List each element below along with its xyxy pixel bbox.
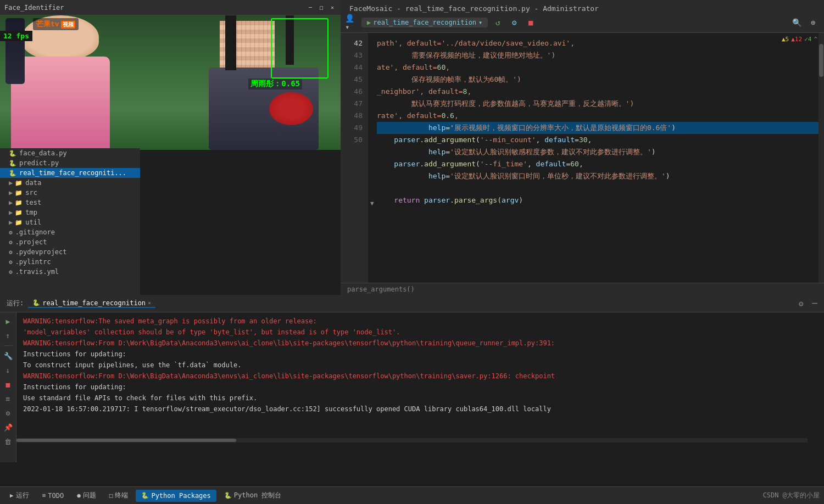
folder-item-src[interactable]: ▶ 📁 src [0, 188, 140, 198]
folder-name: data [25, 179, 41, 187]
folder-arrow-icon: ▶ [9, 209, 13, 216]
run-wrench-button[interactable]: 🔧 [3, 350, 14, 361]
profile-button[interactable]: 👤▾ [345, 16, 358, 29]
file-item-pydevproject[interactable]: ⚙ .pydevproject [0, 247, 140, 257]
code-line: path', default='../data/video/save_video… [377, 37, 824, 49]
code-line-42: help='展示视频时，视频窗口的分辨率大小，默认是原始视频窗口的0.6倍') [377, 122, 824, 134]
run-panel-header: 运行: 🐍 real_time_face_recognition ✕ ⚙ ─ [0, 295, 824, 312]
minimize-button[interactable]: ─ [305, 3, 315, 13]
code-line-43: parser.add_argument('--min_count', defau… [377, 134, 824, 146]
stop-button[interactable]: ■ [524, 16, 537, 29]
run-dash-icon[interactable]: ─ [812, 298, 817, 309]
run-up-button[interactable]: ↑ [3, 330, 14, 341]
video-frame: 芒果tv视频 12 fps 周雨彤：0.65 [0, 15, 341, 150]
folder-name: src [25, 189, 37, 197]
run-config-arrow: ▾ [478, 19, 482, 26]
config-icon: ⚙ [9, 259, 13, 266]
run-tab-close-icon[interactable]: ✕ [148, 300, 151, 306]
warning-count: ▲5 [782, 36, 789, 43]
tab-python-console[interactable]: 🐍 Python 控制台 [219, 489, 287, 502]
close-button[interactable]: ✕ [327, 3, 337, 13]
run-gear-icon[interactable]: ⚙ [799, 299, 803, 308]
code-scrollbar-thumb[interactable] [819, 44, 823, 77]
tab-label: 运行 [16, 491, 29, 500]
code-line-50 [377, 219, 824, 231]
name-label: 周雨彤：0.65 [248, 79, 302, 89]
file-name: real_time_face_recogniti... [19, 169, 126, 177]
run-play-button[interactable]: ▶ [3, 316, 14, 327]
python-icon: 🐍 [9, 150, 16, 157]
console-area[interactable]: WARNING:tensorflow:The saved meta_graph … [16, 312, 824, 456]
warning-bar: ▲5 ▲12 ✓4 ^ [782, 36, 817, 43]
folder-icon: 📁 [15, 189, 23, 197]
search-button[interactable]: 🔍 [790, 16, 803, 29]
run-tab-label: real_time_face_recognition [42, 299, 146, 307]
run-panel: 运行: 🐍 real_time_face_recognition ✕ ⚙ ─ ▶… [0, 295, 824, 462]
run-tab-main[interactable]: 🐍 real_time_face_recognition ✕ [28, 299, 155, 308]
folder-name: util [25, 219, 41, 226]
file-name: .project [15, 238, 47, 246]
fps-badge: 12 fps [0, 31, 32, 41]
maximize-button[interactable]: □ [316, 3, 326, 13]
run-down-button[interactable]: ↓ [3, 365, 14, 376]
config-icon: ⚙ [9, 268, 13, 276]
code-line: ate', default=60, [377, 61, 824, 74]
run-pin-button[interactable]: 📌 [3, 422, 14, 433]
code-line: rate', default=0.6, [377, 110, 824, 122]
folder-arrow-icon: ▶ [9, 219, 13, 226]
run-config-selector[interactable]: ▶ real_time_face_recognition ▾ [361, 18, 488, 27]
run-icon: ▶ [10, 492, 14, 499]
code-line: 需要保存视频的地址，建议使用绝对地址。') [377, 49, 824, 61]
tab-label: Python 控制台 [234, 491, 282, 500]
console-scrollbar[interactable] [16, 438, 808, 443]
line-numbers [341, 33, 368, 283]
file-item-project[interactable]: ⚙ .project [0, 237, 140, 247]
folder-item-util[interactable]: ▶ 📁 util [0, 217, 140, 227]
file-name: .pydevproject [15, 248, 67, 256]
fold-icon[interactable]: ▼ [370, 200, 374, 207]
python-packages-icon: 🐍 [141, 492, 149, 499]
window-controls: ─ □ ✕ [305, 3, 341, 13]
settings-button[interactable]: ⚙ [508, 16, 521, 29]
file-item-real-time[interactable]: 🐍 real_time_face_recogniti... [0, 168, 140, 178]
folder-name: tmp [25, 209, 37, 216]
folder-icon: 📁 [15, 219, 23, 226]
python-icon: 🐍 [9, 170, 16, 177]
bottom-bar: ▶ 运行 ≡ TODO ● 问题 □ 终端 🐍 Python Packages … [0, 486, 824, 504]
code-content: path', default='../data/video/save_video… [341, 33, 824, 283]
console-line: WARNING:tensorflow:From D:\Work\BigData\… [23, 371, 824, 382]
file-name: .pylintrc [15, 258, 51, 266]
tab-problems[interactable]: ● 问题 [71, 489, 102, 502]
folder-name: test [25, 199, 41, 206]
code-line-48: return parser.parse_args(argv) [377, 194, 824, 206]
folder-item-test[interactable]: ▶ 📁 test [0, 198, 140, 208]
code-lines[interactable]: path', default='../data/video/save_video… [368, 33, 824, 283]
code-line-45: parser.add_argument('--fi_time', default… [377, 158, 824, 170]
file-item-face-data[interactable]: 🐍 face_data.py [0, 148, 140, 158]
file-item-travis[interactable]: ⚙ .travis.yml [0, 267, 140, 277]
file-item-predict[interactable]: 🐍 predict.py [0, 158, 140, 168]
folder-item-tmp[interactable]: ▶ 📁 tmp [0, 208, 140, 217]
run-stop-button[interactable]: ■ [3, 379, 14, 390]
file-item-pylintrc[interactable]: ⚙ .pylintrc [0, 257, 140, 267]
list-icon: ≡ [42, 492, 46, 499]
caret-icon: ^ [814, 36, 817, 43]
tab-label: TODO [48, 492, 64, 500]
tab-todo[interactable]: ≡ TODO [37, 490, 70, 502]
console-scrollbar-thumb[interactable] [16, 439, 236, 442]
code-line-49 [377, 206, 824, 219]
console-line: Use standard file APIs to check for file… [23, 393, 824, 404]
refresh-button[interactable]: ↺ [491, 16, 504, 29]
run-trash-button[interactable]: 🗑 [3, 436, 14, 447]
plus-button[interactable]: ⊕ [806, 16, 820, 29]
run-config-icon: ▶ [367, 19, 371, 26]
run-settings-button[interactable]: ⚙ [3, 407, 14, 418]
tab-python-packages[interactable]: 🐍 Python Packages [136, 490, 216, 502]
code-scrollbar[interactable] [819, 33, 824, 283]
config-icon: ⚙ [9, 229, 13, 236]
tab-run[interactable]: ▶ 运行 [4, 489, 35, 502]
folder-item-data[interactable]: ▶ 📁 data [0, 178, 140, 188]
run-scroll-button[interactable]: ≡ [3, 393, 14, 404]
file-item-gitignore[interactable]: ⚙ .gitignore [0, 227, 140, 237]
tab-terminal[interactable]: □ 终端 [104, 489, 134, 502]
